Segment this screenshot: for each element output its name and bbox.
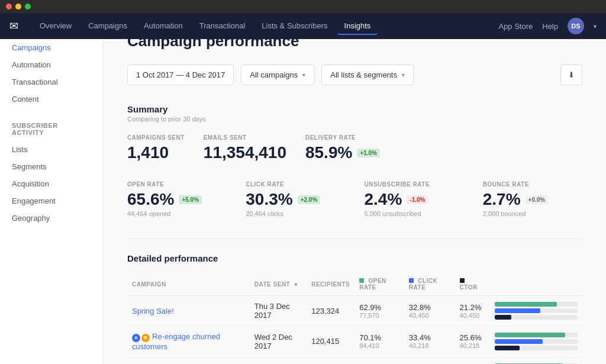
table-row: Spring Sale!Thu 3 Dec 2017123,32462.9%77… (127, 296, 582, 326)
metric-campaigns-sent: CAMPAIGNS SENT 1,410 (127, 134, 185, 162)
sidebar-item-acquisition[interactable]: Acquisition (0, 175, 103, 192)
nav-right: App Store Help DS ▾ (498, 18, 597, 34)
ab-badge: AB (132, 334, 150, 342)
click-rate-sub: 20,464 clicks (246, 210, 345, 217)
maximize-dot[interactable] (25, 4, 31, 9)
col-chart (490, 273, 582, 296)
sidebar-email-performance-group: Email performance Campaigns Automation T… (0, 27, 103, 108)
bounce-rate-badge: +0.0% (526, 195, 549, 204)
sidebar-item-engagement[interactable]: Engagement (0, 192, 103, 210)
delivery-rate-label: DELIVERY RATE (305, 134, 380, 141)
campaign-date: Wed 2 Dec 2017 (250, 326, 307, 357)
unsubscribe-rate-badge: -1.0% (407, 195, 428, 204)
lists-filter-value: All lists & segments (330, 70, 397, 79)
campaign-ctor: 25.6%40,218 (455, 326, 490, 357)
campaign-mini-chart (490, 357, 582, 364)
lists-chevron-icon: ▾ (402, 72, 405, 78)
campaign-mini-chart (490, 326, 582, 357)
nav-item-insights[interactable]: Insights (337, 18, 378, 35)
main-content: Campaign performance 1 Oct 2017 — 4 Dec … (104, 13, 606, 364)
metric-bounce-rate: BOUNCE RATE 2.7% +0.0% 2,000 bounced (483, 181, 582, 217)
delivery-rate-value: 85.9% +1.0% (305, 143, 380, 162)
table-body: Spring Sale!Thu 3 Dec 2017123,32462.9%77… (127, 296, 582, 365)
lists-filter[interactable]: All lists & segments ▾ (321, 65, 414, 85)
help-link[interactable]: Help (542, 22, 558, 31)
open-rate-sub: 44,464 opened (127, 210, 227, 217)
window-chrome (0, 0, 606, 13)
sort-arrow-icon: ▼ (294, 282, 299, 288)
campaign-recipients: 92,111 (307, 357, 354, 364)
summary-subtitle: Comparing to prior 30 days (127, 115, 582, 123)
campaign-recipients: 123,324 (307, 296, 354, 326)
sidebar-item-campaigns[interactable]: Campaigns (0, 39, 103, 56)
sidebar-item-content[interactable]: Content (0, 91, 103, 108)
click-rate-indicator (409, 278, 414, 283)
nav-item-overview[interactable]: Overview (33, 18, 79, 35)
campaign-click-rate: 38.9%35,831 (404, 357, 455, 364)
nav-item-lists[interactable]: Lists & Subscribers (254, 18, 334, 35)
ctor-indicator (460, 278, 465, 283)
close-dot[interactable] (6, 4, 12, 9)
minimize-dot[interactable] (15, 4, 21, 9)
campaign-ctor: 19.8%35,831 (455, 357, 490, 364)
click-rate-label: CLICK RATE (246, 181, 345, 188)
campaign-recipients: 120,415 (307, 326, 354, 357)
open-rate-value: 65.6% +5.0% (127, 190, 227, 209)
sidebar-subscriber-activity-group: Subscriber activity Lists Segments Acqui… (0, 122, 103, 227)
detailed-title: Detailed performance (127, 253, 582, 263)
metric-emails-sent: EMAILS SENT 11,354,410 (204, 134, 286, 162)
filters-row: 1 Oct 2017 — 4 Dec 2017 All campaigns ▾ … (127, 65, 582, 85)
performance-table: CAMPAIGN DATE SENT ▼ RECIPIENTS OPEN RAT… (127, 273, 582, 364)
bounce-rate-value: 2.7% +0.0% (483, 190, 582, 209)
col-date-sent[interactable]: DATE SENT ▼ (250, 273, 307, 296)
section-divider (127, 239, 582, 239)
app-store-link[interactable]: App Store (498, 22, 533, 31)
metric-unsubscribe-rate: UNSUBSCRIBE RATE 2.4% -1.0% 5,000 unsubs… (365, 181, 464, 217)
date-range-value: 1 Oct 2017 — 4 Dec 2017 (136, 70, 225, 79)
campaign-open-rate: 68.4%63,003 (354, 357, 404, 364)
campaign-link[interactable]: Spring Sale! (132, 307, 174, 315)
summary-row1: CAMPAIGNS SENT 1,410 EMAILS SENT 11,354,… (127, 134, 582, 162)
sidebar-subscriber-activity-title: Subscriber activity (0, 122, 103, 141)
sidebar-item-geography[interactable]: Geography (0, 210, 103, 227)
download-icon: ⬇ (568, 70, 575, 79)
emails-sent-label: EMAILS SENT (204, 134, 286, 141)
emails-sent-value: 11,354,410 (204, 143, 286, 162)
bounce-rate-label: BOUNCE RATE (483, 181, 582, 188)
metric-open-rate: OPEN RATE 65.6% +5.0% 44,464 opened (127, 181, 227, 217)
campaign-mini-chart (490, 296, 582, 326)
download-button[interactable]: ⬇ (560, 65, 582, 85)
col-open-rate: OPEN RATE (354, 273, 404, 296)
nav-item-transactional[interactable]: Transactional (192, 18, 253, 35)
nav-item-automation[interactable]: Automation (137, 18, 190, 35)
campaign-open-rate: 62.9%77,570 (354, 296, 404, 326)
campaign-click-rate: 33.4%40,218 (404, 326, 455, 357)
avatar-chevron-icon[interactable]: ▾ (594, 23, 597, 30)
open-rate-indicator (359, 278, 364, 283)
sidebar-item-segments[interactable]: Segments (0, 158, 103, 175)
open-rate-badge: +5.0% (179, 195, 202, 204)
sidebar-item-lists[interactable]: Lists (0, 141, 103, 158)
campaigns-chevron-icon: ▾ (302, 72, 305, 78)
user-avatar[interactable]: DS (568, 18, 584, 34)
top-nav: ✉ Overview Campaigns Automation Transact… (0, 13, 606, 39)
table-row: Announcing new destinations for SpringTu… (127, 357, 582, 364)
table-header: CAMPAIGN DATE SENT ▼ RECIPIENTS OPEN RAT… (127, 273, 582, 296)
sidebar-item-automation[interactable]: Automation (0, 56, 103, 73)
unsubscribe-rate-sub: 5,000 unsubscribed (365, 210, 464, 217)
campaigns-filter[interactable]: All campaigns ▾ (241, 65, 314, 85)
nav-item-campaigns[interactable]: Campaigns (81, 18, 134, 35)
delivery-rate-badge: +1.0% (357, 149, 380, 157)
campaign-ctor: 21.2%40,450 (455, 296, 490, 326)
sidebar: Email performance Campaigns Automation T… (0, 13, 104, 364)
campaign-click-rate: 32.8%40,450 (404, 296, 455, 326)
col-click-rate: CLICK RATE (404, 273, 455, 296)
campaigns-sent-value: 1,410 (127, 143, 185, 162)
metric-delivery-rate: DELIVERY RATE 85.9% +1.0% (305, 134, 380, 162)
nav-logo: ✉ (9, 20, 18, 33)
date-range-filter[interactable]: 1 Oct 2017 — 4 Dec 2017 (127, 65, 234, 85)
bounce-rate-sub: 2,000 bounced (483, 210, 582, 217)
unsubscribe-rate-value: 2.4% -1.0% (365, 190, 464, 209)
table-row: ABRe-engage churned customersWed 2 Dec 2… (127, 326, 582, 357)
sidebar-item-transactional[interactable]: Transactional (0, 73, 103, 91)
